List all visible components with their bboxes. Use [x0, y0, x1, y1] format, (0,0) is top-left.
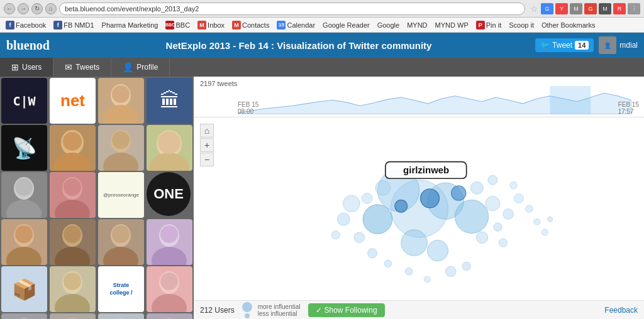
home-map-button[interactable]: ⌂ [200, 124, 214, 138]
extension-icon-7[interactable]: ⋮ [628, 3, 640, 14]
bookmark-fb-nmd1[interactable]: f FB NMD1 [52, 20, 96, 30]
tab-users[interactable]: ⊞ Users [0, 58, 53, 77]
tab-tweets[interactable]: ✉ Tweets [53, 58, 111, 77]
extension-icon-3[interactable]: M [570, 3, 582, 14]
refresh-button[interactable]: ↻ [31, 3, 43, 14]
svg-point-2 [112, 85, 130, 103]
svg-point-22 [55, 247, 90, 265]
avatar-person13[interactable] [1, 313, 47, 319]
bookmark-pinit[interactable]: P Pin it [474, 20, 503, 30]
avatar-person8[interactable] [50, 219, 96, 265]
svg-point-29 [160, 225, 178, 243]
avatar-person7[interactable] [1, 219, 47, 265]
bubble-svg: girlzinweb [216, 117, 644, 300]
svg-point-25 [103, 247, 138, 265]
svg-point-72 [499, 239, 507, 247]
show-following-button[interactable]: ✓ Show Following [308, 303, 385, 317]
show-following-label: Show Following [325, 306, 377, 315]
check-icon: ✓ [316, 306, 322, 315]
extension-icon-6[interactable]: R [613, 3, 626, 14]
extension-icon-2[interactable]: Y [555, 3, 568, 14]
legend-large-circle [242, 302, 252, 312]
feedback-link[interactable]: Feedback [604, 306, 638, 315]
tweets-tab-icon: ✉ [65, 62, 72, 72]
timeline-chart[interactable] [238, 86, 631, 114]
svg-point-1 [103, 105, 138, 124]
zoom-out-button[interactable]: − [200, 153, 214, 166]
bookmark-pharma[interactable]: Pharma Marketing [100, 21, 160, 30]
svg-point-70 [534, 219, 540, 225]
avatar-person5[interactable] [1, 172, 47, 218]
tweet-button[interactable]: 🐦 Tweet 14 [535, 38, 594, 52]
avatar-book[interactable]: 📦 [1, 266, 47, 312]
svg-point-20 [15, 225, 33, 243]
svg-point-14 [15, 178, 33, 196]
less-influential-label: less influential [258, 310, 301, 317]
tab-bar: ⊞ Users ✉ Tweets 👤 Profile [0, 58, 644, 77]
home-nav-button[interactable]: ⌂ [45, 3, 57, 14]
tweet-bird-icon: 🐦 [540, 41, 550, 50]
app-header: bluenod NetExplo 2013 - Feb 14 : Visuali… [0, 33, 644, 58]
tab-tweets-label: Tweets [75, 63, 99, 72]
avatar-person10[interactable] [147, 219, 192, 265]
avatar-presseorange[interactable]: @presseorange [98, 172, 144, 218]
avatar-ciw[interactable]: C|W [1, 78, 47, 124]
extension-icon-1[interactable]: G [541, 3, 553, 14]
influence-legend: more influential less influential [242, 302, 301, 318]
avatar-person16[interactable] [147, 313, 192, 319]
extension-icon-4[interactable]: G [584, 3, 597, 14]
bookmark-mynd[interactable]: MYND [405, 21, 429, 30]
svg-point-61 [354, 232, 365, 243]
tab-profile[interactable]: 👤 Profile [111, 58, 170, 77]
bookmark-google[interactable]: Google [375, 21, 401, 30]
svg-point-64 [384, 260, 392, 268]
avatar-person14[interactable] [50, 313, 96, 319]
avatar-person4[interactable] [147, 125, 192, 171]
username-label: mdial [619, 41, 638, 50]
avatar-person12[interactable] [147, 266, 192, 312]
svg-point-28 [152, 247, 187, 265]
bookmark-facebook[interactable]: f Facebook [4, 20, 48, 30]
bookmark-mynd-wp[interactable]: MYND WP [433, 21, 470, 30]
avatar-person11[interactable] [50, 266, 96, 312]
bookmark-calendar[interactable]: 15 Calendar [275, 20, 317, 30]
avatar-one[interactable]: ONE [147, 172, 191, 216]
svg-point-31 [55, 294, 90, 312]
avatar-person2[interactable] [50, 125, 96, 171]
more-influential-label: more influential [258, 303, 301, 310]
svg-point-7 [103, 153, 138, 171]
svg-point-58 [395, 200, 408, 212]
bookmark-star-icon[interactable]: ☆ [530, 4, 538, 14]
avatar-grid: C|W net 🏛 📡 @presseo [0, 77, 194, 319]
browser-toolbar-icons: G Y M G M R ⋮ [541, 3, 640, 14]
avatar-person3[interactable] [98, 125, 144, 171]
avatar-net[interactable]: net [50, 78, 96, 124]
avatar-person6[interactable] [50, 172, 96, 218]
bookmark-contacts[interactable]: M Contacts [230, 20, 271, 30]
bookmark-bbc[interactable]: BBC BBC [164, 20, 192, 30]
bookmark-other[interactable]: Other Bookmarks [540, 21, 597, 30]
svg-point-83 [510, 181, 518, 189]
svg-point-62 [331, 230, 340, 239]
viz-area[interactable]: ⌂ + − [194, 117, 644, 300]
svg-point-60 [337, 213, 350, 225]
bookmark-reader[interactable]: Google Reader [321, 21, 372, 30]
bookmark-scoopit[interactable]: Scoop it [507, 21, 536, 30]
user-avatar[interactable]: 👤 [599, 36, 616, 54]
bookmark-inbox[interactable]: M Inbox [196, 20, 226, 30]
address-bar[interactable] [59, 3, 525, 15]
avatar-strate[interactable]: Stratecollege / [98, 266, 144, 312]
users-panel: C|W net 🏛 📡 @presseo [0, 77, 194, 319]
bottom-bar: 212 Users more influential less influent… [194, 300, 644, 319]
forward-button[interactable]: → [18, 3, 29, 14]
extension-icon-5[interactable]: M [599, 3, 611, 14]
zoom-in-button[interactable]: + [200, 138, 214, 152]
avatar-unesco[interactable]: 🏛 [147, 78, 192, 124]
back-button[interactable]: ← [4, 3, 15, 14]
avatar-person15[interactable] [98, 313, 144, 319]
avatar-person1[interactable] [98, 78, 144, 124]
avatar-wifi[interactable]: 📡 [1, 125, 47, 171]
avatar-person9[interactable] [98, 219, 144, 265]
page-title: NetExplo 2013 - Feb 14 : Visualization o… [62, 40, 535, 51]
svg-point-56 [421, 189, 440, 208]
